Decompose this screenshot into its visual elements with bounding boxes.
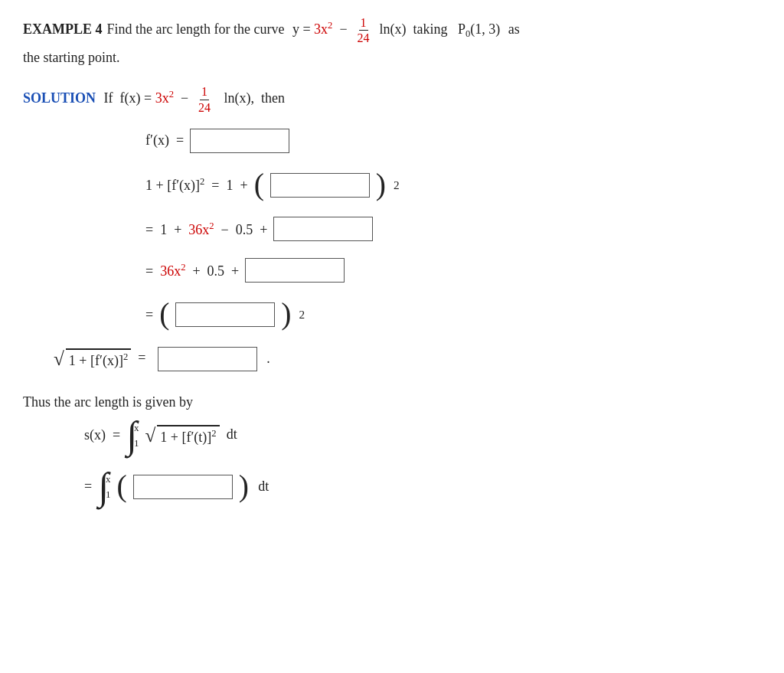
sqrt-sign-int: √	[145, 425, 155, 446]
word-as: as	[508, 18, 520, 41]
starting-point-text: the starting point.	[23, 50, 761, 66]
row3-input[interactable]	[273, 217, 373, 241]
red-36x2-row3: 36x2	[188, 222, 214, 237]
thus-section: Thus the arc length is given by s(x) = ∫…	[23, 394, 761, 505]
problem-text: Find the arc length for the curve	[107, 18, 285, 41]
left-paren-2: (	[159, 299, 169, 330]
fprime-lhs: f′(x) =	[145, 132, 184, 149]
math-block: f′(x) = 1 + [f′(x)]2 = 1 + ( ) 2 = 1 + 3…	[145, 129, 761, 371]
right-paren-2: )	[281, 299, 291, 330]
integral-input[interactable]	[133, 475, 233, 499]
int-limits-1: x 1	[134, 422, 139, 449]
red-3x2: 3x2	[314, 21, 332, 37]
fprime-input[interactable]	[190, 129, 289, 153]
example-label: EXAMPLE 4	[23, 18, 103, 41]
row-1-plus-fprime-sq: 1 + [f′(x)]2 = 1 + ( ) 2	[145, 170, 761, 201]
right-paren-int: )	[239, 472, 249, 502]
sol-frac-num: 1	[200, 84, 209, 100]
example-header: EXAMPLE 4 Find the arc length for the cu…	[23, 15, 761, 66]
row5-input[interactable]	[175, 302, 275, 327]
solution-label: SOLUTION	[23, 90, 96, 106]
integral-combo-2: ∫ x 1	[98, 469, 110, 504]
sx-lhs: s(x) =	[84, 427, 120, 443]
row2-input[interactable]	[270, 173, 370, 198]
sol-frac-den: 24	[197, 100, 212, 115]
sqrt-content: 1 + [f′(x)]2	[66, 348, 131, 369]
int-upper-1: x	[134, 422, 139, 434]
row3-lhs: = 1 + 36x2 − 0.5 +	[145, 221, 267, 238]
red-36x2-row4: 36x2	[160, 263, 185, 279]
if-statement: If f(x) = 3x2 − 1 24 ln(x), then	[100, 84, 285, 114]
row-expanded-1: = 1 + 36x2 − 0.5 +	[145, 217, 761, 241]
row-fprime: f′(x) =	[145, 129, 761, 153]
integral-content-1: √ 1 + [f′(t)]2 dt	[145, 425, 237, 446]
integral-block: s(x) = ∫ x 1 √ 1 + [f′(t)]2 dt	[84, 418, 761, 505]
sqrt-sign: √	[54, 348, 64, 370]
row6-dot: .	[266, 351, 270, 367]
fraction-1-24: 1 24	[356, 15, 371, 45]
thus-text: Thus the arc length is given by	[23, 394, 761, 410]
paren-exp-2: 2	[394, 178, 400, 192]
sqrt-lhs: √ 1 + [f′(x)]2 =	[54, 348, 145, 370]
integral-row-2: = ∫ x 1 ( ) dt	[84, 469, 761, 504]
int-limits-2: x 1	[106, 473, 111, 501]
frac-numerator: 1	[359, 15, 368, 31]
left-paren-1: (	[254, 170, 264, 201]
row-sqrt: √ 1 + [f′(x)]2 = .	[54, 347, 761, 371]
row-perfect-sq: = ( ) 2	[145, 299, 761, 330]
red-3x2-sol: 3x2	[155, 90, 174, 106]
row6-input[interactable]	[158, 347, 257, 371]
curve-equation: y = 3x2 − 1 24 ln(x) taking P0(1, 3)	[289, 15, 503, 45]
integral-combo-1: ∫ x 1	[126, 418, 139, 452]
left-paren-int: (	[116, 472, 126, 502]
sqrt-content-int: 1 + [f′(t)]2	[157, 425, 219, 446]
int-lower-1: 1	[134, 437, 139, 449]
int-row2-eq: =	[84, 479, 92, 495]
row2-lhs: 1 + [f′(x)]2 = 1 +	[145, 176, 248, 194]
row4-lhs: = 36x2 + 0.5 +	[145, 262, 239, 279]
frac-denominator: 24	[356, 31, 371, 45]
dt-label: dt	[255, 479, 270, 495]
paren-exp-2b: 2	[299, 308, 305, 322]
row4-input[interactable]	[245, 258, 345, 283]
right-paren-1: )	[376, 170, 386, 201]
row5-eq: =	[145, 307, 153, 323]
solution-section: SOLUTION If f(x) = 3x2 − 1 24 ln(x), the…	[23, 84, 761, 504]
int-upper-2: x	[106, 473, 111, 485]
integral-row-1: s(x) = ∫ x 1 √ 1 + [f′(t)]2 dt	[84, 418, 761, 452]
sqrt-int: √ 1 + [f′(t)]2	[145, 425, 219, 446]
row-expanded-2: = 36x2 + 0.5 +	[145, 258, 761, 283]
int-lower-2: 1	[106, 488, 111, 501]
sqrt-expr: √ 1 + [f′(x)]2	[54, 348, 131, 370]
sol-fraction: 1 24	[197, 84, 212, 114]
